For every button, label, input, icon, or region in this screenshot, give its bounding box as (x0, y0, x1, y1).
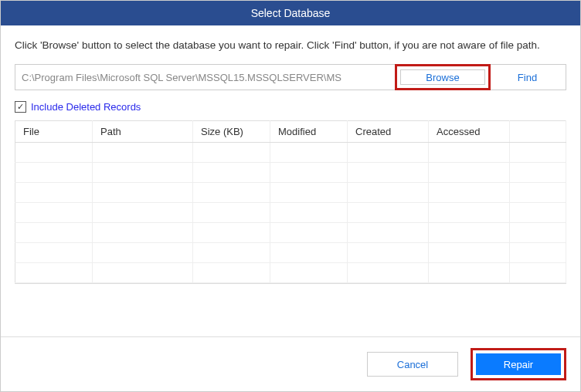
path-row: C:\Program Files\Microsoft SQL Server\MS… (15, 64, 566, 90)
find-button[interactable]: Find (489, 64, 566, 90)
browse-button[interactable]: Browse (400, 69, 485, 85)
repair-label: Repair (504, 359, 533, 370)
table-row[interactable] (15, 243, 566, 263)
col-spacer (510, 121, 566, 143)
col-accessed[interactable]: Accessed (429, 121, 510, 143)
titlebar: Select Database (1, 1, 580, 25)
col-file[interactable]: File (15, 121, 93, 143)
repair-highlight: Repair (471, 348, 566, 380)
include-deleted-label[interactable]: Include Deleted Records (31, 101, 141, 113)
dialog-footer: Cancel Repair (1, 336, 580, 391)
file-table: File Path Size (KB) Modified Created Acc… (15, 120, 566, 283)
table-row[interactable] (15, 203, 566, 223)
cancel-button[interactable]: Cancel (367, 352, 458, 377)
col-path[interactable]: Path (93, 121, 193, 143)
table-row[interactable] (15, 223, 566, 243)
cancel-label: Cancel (397, 359, 428, 370)
browse-label: Browse (426, 72, 459, 83)
table-header-row: File Path Size (KB) Modified Created Acc… (15, 121, 566, 143)
table-body (15, 143, 566, 283)
include-deleted-row: ✓ Include Deleted Records (15, 101, 566, 113)
instruction-text: Click 'Browse' button to select the data… (15, 38, 566, 53)
table-row[interactable] (15, 263, 566, 283)
table-row[interactable] (15, 143, 566, 163)
col-created[interactable]: Created (348, 121, 429, 143)
find-label: Find (518, 72, 537, 83)
file-path-input[interactable]: C:\Program Files\Microsoft SQL Server\MS… (15, 64, 396, 90)
repair-button[interactable]: Repair (476, 353, 561, 375)
include-deleted-checkbox[interactable]: ✓ (15, 101, 26, 113)
browse-highlight: Browse (395, 64, 491, 90)
window-title: Select Database (251, 7, 331, 19)
file-path-value: C:\Program Files\Microsoft SQL Server\MS… (22, 72, 341, 83)
file-table-wrap: File Path Size (KB) Modified Created Acc… (15, 120, 566, 284)
table-row[interactable] (15, 163, 566, 183)
table-row[interactable] (15, 183, 566, 203)
col-size[interactable]: Size (KB) (193, 121, 270, 143)
dialog-content: Click 'Browse' button to select the data… (1, 25, 580, 284)
col-modified[interactable]: Modified (270, 121, 348, 143)
